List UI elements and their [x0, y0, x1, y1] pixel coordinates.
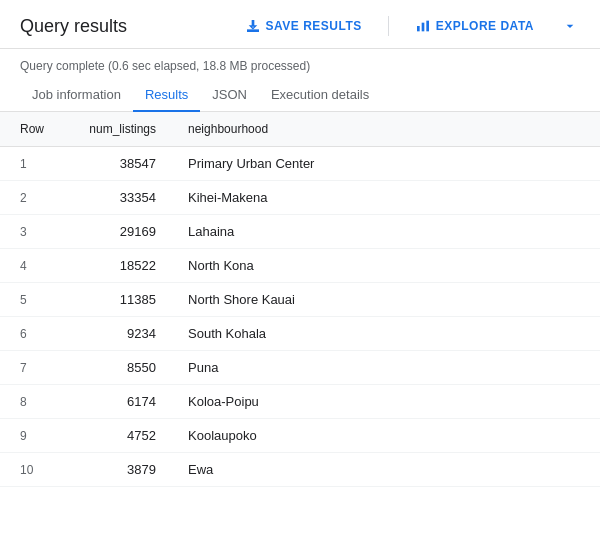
table-row: 511385North Shore Kauai: [0, 283, 600, 317]
cell-num-listings: 3879: [56, 453, 176, 487]
table-row: 78550Puna: [0, 351, 600, 385]
cell-neighbourhood: Ewa: [176, 453, 600, 487]
cell-num-listings: 6174: [56, 385, 176, 419]
save-icon: [245, 18, 261, 34]
cell-neighbourhood: Koloa-Poipu: [176, 385, 600, 419]
save-results-button[interactable]: SAVE RESULTS: [239, 14, 368, 38]
tab-job-information[interactable]: Job information: [20, 79, 133, 112]
tab-results[interactable]: Results: [133, 79, 200, 112]
cell-row-number: 10: [0, 453, 56, 487]
cell-num-listings: 8550: [56, 351, 176, 385]
table-row: 329169Lahaina: [0, 215, 600, 249]
cell-num-listings: 29169: [56, 215, 176, 249]
cell-neighbourhood: Primary Urban Center: [176, 147, 600, 181]
svg-rect-2: [426, 21, 429, 32]
cell-row-number: 6: [0, 317, 56, 351]
col-header-row: Row: [0, 112, 56, 147]
table-row: 418522North Kona: [0, 249, 600, 283]
table-row: 86174Koloa-Poipu: [0, 385, 600, 419]
cell-neighbourhood: Kihei-Makena: [176, 181, 600, 215]
cell-num-listings: 33354: [56, 181, 176, 215]
svg-rect-1: [421, 23, 424, 32]
tabs-bar: Job information Results JSON Execution d…: [0, 79, 600, 112]
table-row: 94752Koolaupoko: [0, 419, 600, 453]
chevron-down-icon: [562, 18, 578, 34]
header-actions: SAVE RESULTS EXPLORE DATA: [239, 14, 580, 38]
cell-row-number: 2: [0, 181, 56, 215]
cell-num-listings: 18522: [56, 249, 176, 283]
cell-row-number: 8: [0, 385, 56, 419]
table-row: 233354Kihei-Makena: [0, 181, 600, 215]
cell-neighbourhood: North Shore Kauai: [176, 283, 600, 317]
tab-json[interactable]: JSON: [200, 79, 259, 112]
divider: [388, 16, 389, 36]
explore-data-button[interactable]: EXPLORE DATA: [409, 14, 540, 38]
cell-row-number: 3: [0, 215, 56, 249]
chart-icon: [415, 18, 431, 34]
page-title: Query results: [20, 16, 239, 37]
cell-num-listings: 4752: [56, 419, 176, 453]
results-table: Row num_listings neighbourhood 138547Pri…: [0, 112, 600, 487]
results-table-container: Row num_listings neighbourhood 138547Pri…: [0, 112, 600, 487]
svg-rect-0: [417, 26, 420, 31]
status-bar: Query complete (0.6 sec elapsed, 18.8 MB…: [0, 49, 600, 79]
cell-row-number: 5: [0, 283, 56, 317]
tab-execution-details[interactable]: Execution details: [259, 79, 381, 112]
cell-row-number: 4: [0, 249, 56, 283]
cell-row-number: 9: [0, 419, 56, 453]
cell-neighbourhood: North Kona: [176, 249, 600, 283]
cell-num-listings: 11385: [56, 283, 176, 317]
cell-num-listings: 9234: [56, 317, 176, 351]
header: Query results SAVE RESULTS EXPLORE DATA: [0, 0, 600, 49]
table-row: 138547Primary Urban Center: [0, 147, 600, 181]
table-header-row: Row num_listings neighbourhood: [0, 112, 600, 147]
status-message: Query complete (0.6 sec elapsed, 18.8 MB…: [20, 59, 310, 73]
col-header-neighbourhood: neighbourhood: [176, 112, 600, 147]
cell-num-listings: 38547: [56, 147, 176, 181]
cell-neighbourhood: Lahaina: [176, 215, 600, 249]
cell-row-number: 1: [0, 147, 56, 181]
table-row: 103879Ewa: [0, 453, 600, 487]
cell-neighbourhood: South Kohala: [176, 317, 600, 351]
col-header-num-listings: num_listings: [56, 112, 176, 147]
cell-neighbourhood: Puna: [176, 351, 600, 385]
cell-neighbourhood: Koolaupoko: [176, 419, 600, 453]
cell-row-number: 7: [0, 351, 56, 385]
table-row: 69234South Kohala: [0, 317, 600, 351]
explore-data-dropdown-button[interactable]: [560, 14, 580, 38]
